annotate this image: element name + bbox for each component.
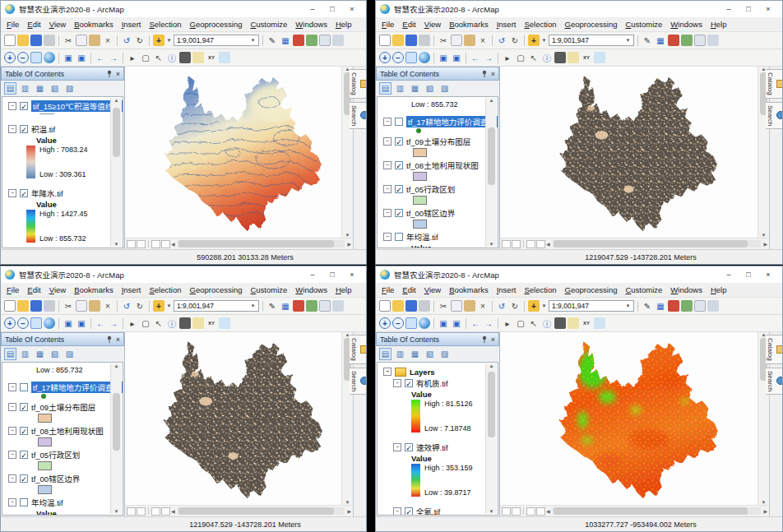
full-extent-icon[interactable] (44, 317, 55, 329)
layout-view-button[interactable] (512, 240, 521, 248)
menu-help[interactable]: Help (711, 20, 727, 29)
toc-layer-row[interactable]: − ✓ 全氮.tif (393, 506, 484, 516)
toc-selection-icon[interactable]: ▧ (424, 82, 436, 95)
select-features-icon[interactable]: ▸ (502, 317, 513, 329)
menu-bookmarks[interactable]: Bookmarks (449, 20, 489, 29)
menu-edit[interactable]: Edit (27, 20, 40, 29)
zoom-in-icon[interactable]: + (4, 317, 16, 329)
toc-layer-row[interactable]: − tf_17耕地地力评价调查点 (8, 382, 109, 393)
table-icon[interactable]: ▦ (280, 35, 291, 46)
collapse-icon[interactable]: − (8, 102, 16, 110)
save-icon[interactable] (30, 35, 42, 46)
toc-selection-icon[interactable]: ▧ (49, 82, 61, 95)
menu-customize[interactable]: Customize (625, 20, 662, 29)
layer-checkbox[interactable] (20, 498, 28, 507)
toc-dataframe-row[interactable]: − Layers (383, 366, 484, 377)
copy-icon[interactable] (76, 35, 87, 46)
table-icon[interactable]: ▦ (280, 300, 291, 312)
forward-extent-icon[interactable]: → (483, 52, 494, 63)
scroll-right-icon[interactable]: ▶ (347, 508, 351, 514)
layer-label[interactable]: 年降水.tif (31, 187, 63, 199)
layer-label[interactable]: tf_05行政区划 (406, 183, 455, 195)
toc-layer-row[interactable]: − ✓ 速效钾.tif (393, 442, 484, 453)
scroll-right-icon[interactable]: ▶ (763, 508, 767, 514)
scrollbar-thumb[interactable] (554, 507, 748, 515)
menu-file[interactable]: File (382, 20, 394, 29)
select-features-icon[interactable]: ▸ (127, 52, 138, 63)
pin-icon[interactable] (106, 70, 113, 78)
toc-layer-row[interactable]: − ✓ tf_00辖区边界 (383, 207, 484, 219)
close-button[interactable]: × (758, 267, 778, 282)
select-features-icon[interactable]: ▸ (127, 317, 138, 329)
close-button[interactable]: × (342, 267, 362, 282)
menu-windows[interactable]: Windows (295, 20, 327, 29)
select-elements-icon[interactable]: ↖ (528, 52, 540, 63)
close-button[interactable]: × (758, 2, 778, 16)
collapse-icon[interactable]: − (383, 137, 392, 146)
toc-source-icon[interactable]: ▥ (19, 348, 31, 360)
menu-selection[interactable]: Selection (149, 20, 181, 29)
layer-label[interactable]: tif_15≥10℃积温等值线层 (31, 100, 123, 112)
python-window-icon[interactable] (707, 300, 719, 312)
cut-icon[interactable]: ✂ (63, 35, 74, 46)
paste-icon[interactable] (464, 300, 475, 312)
add-data-dropdown-icon[interactable]: ▼ (166, 38, 172, 43)
paste-icon[interactable] (89, 300, 100, 312)
identify-icon[interactable]: ⓘ (166, 317, 178, 329)
toc-visibility-icon[interactable]: ▦ (409, 348, 421, 360)
catalog-window-icon[interactable] (319, 300, 331, 312)
undo-icon[interactable]: ↺ (496, 35, 507, 46)
html-popup-icon[interactable] (219, 317, 230, 329)
tab-catalog[interactable]: Catalog (766, 69, 783, 99)
identify-icon[interactable]: ⓘ (541, 317, 553, 329)
zoom-in-icon[interactable]: + (379, 317, 391, 329)
menu-insert[interactable]: Insert (497, 20, 517, 29)
editor-icon[interactable]: ✎ (642, 35, 653, 46)
layer-label[interactable]: 全氮.tif (416, 506, 440, 516)
menu-selection[interactable]: Selection (524, 20, 556, 29)
layer-label[interactable]: 年均温.tif (406, 231, 438, 243)
map-canvas[interactable] (500, 67, 758, 238)
zoom-out-icon[interactable]: − (17, 52, 29, 63)
tab-search[interactable]: Search (350, 368, 367, 395)
layer-label[interactable]: tf_05行政区划 (31, 449, 80, 460)
window-titlebar[interactable]: 智慧农业演示2020-8 - ArcMap – □ × (376, 1, 782, 17)
scroll-right-icon[interactable]: ▶ (347, 241, 351, 247)
zoom-out-icon[interactable]: − (392, 317, 404, 329)
map-canvas[interactable] (125, 332, 341, 505)
arctoolbox-icon[interactable] (668, 35, 679, 46)
toc-drawing-order-icon[interactable]: ▤ (379, 348, 392, 360)
minimize-button[interactable]: – (303, 267, 322, 282)
clear-selection-icon[interactable]: ▢ (140, 317, 151, 329)
toc-close-icon[interactable]: × (491, 335, 495, 344)
layer-label[interactable]: tf_00辖区边界 (406, 207, 455, 219)
delete-icon[interactable]: × (477, 300, 489, 312)
forward-extent-icon[interactable]: → (108, 52, 119, 63)
layer-label[interactable]: tf_08土地利用现状图 (406, 160, 479, 171)
pause-drawing-button[interactable] (536, 240, 545, 248)
window-titlebar[interactable]: 智慧农业演示2020-8 - ArcMap – □ × (1, 266, 366, 283)
model-builder-icon[interactable] (681, 35, 693, 46)
layer-checkbox[interactable] (395, 118, 403, 126)
clear-selection-icon[interactable]: ▢ (515, 52, 526, 63)
data-view-button[interactable] (127, 507, 136, 516)
go-to-xy-icon[interactable]: XY (206, 317, 217, 329)
scroll-down-icon[interactable]: ▼ (489, 242, 494, 247)
layer-label[interactable]: tf_17耕地地力评价调查点 (31, 382, 123, 393)
collapse-icon[interactable]: − (8, 498, 16, 507)
table-icon[interactable]: ▦ (655, 35, 666, 46)
menu-windows[interactable]: Windows (670, 20, 702, 29)
layer-label[interactable]: tf_00辖区边界 (31, 473, 80, 484)
new-document-icon[interactable] (379, 300, 391, 312)
delete-icon[interactable]: × (477, 35, 489, 46)
toc-visibility-icon[interactable]: ▦ (34, 82, 46, 95)
print-icon[interactable] (419, 300, 430, 312)
menu-help[interactable]: Help (711, 285, 727, 294)
full-extent-icon[interactable] (419, 317, 430, 329)
collapse-icon[interactable]: − (8, 125, 16, 133)
toc-drawing-order-icon[interactable]: ▤ (4, 348, 16, 360)
select-elements-icon[interactable]: ↖ (528, 317, 540, 329)
collapse-icon[interactable]: − (8, 474, 16, 483)
pin-icon[interactable] (481, 70, 488, 78)
save-icon[interactable] (405, 35, 417, 46)
